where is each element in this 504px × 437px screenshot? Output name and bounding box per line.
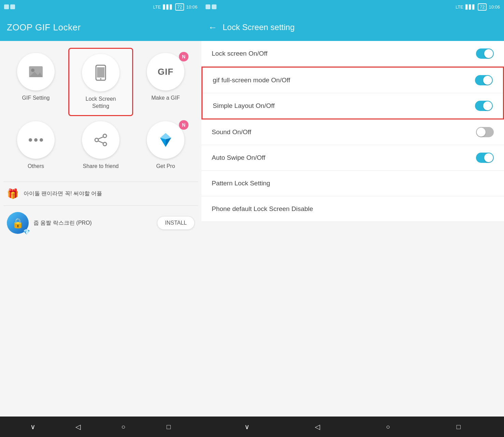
svg-point-8 bbox=[103, 142, 107, 146]
gif-fullscreen-toggle[interactable] bbox=[475, 75, 493, 85]
image-icon bbox=[28, 64, 44, 80]
right-notification-icon-2 bbox=[212, 4, 216, 9]
svg-line-10 bbox=[98, 141, 103, 143]
right-page-title: Lock Screen setting bbox=[223, 23, 295, 32]
main-grid: GIF Setting Lock ScreenSetting N GIF Mak… bbox=[0, 41, 201, 182]
right-nav-square[interactable]: □ bbox=[452, 420, 465, 434]
left-nav-back[interactable]: ◁ bbox=[71, 420, 85, 434]
install-app-icon: 🔒 💎 bbox=[7, 212, 29, 234]
gif-setting-icon-circle bbox=[17, 53, 55, 90]
gif-text-icon: GIF bbox=[158, 67, 173, 77]
svg-point-6 bbox=[103, 134, 107, 138]
lock-screen-onoff-label: Lock screen On/Off bbox=[212, 50, 267, 57]
grid-item-share[interactable]: Share to friend bbox=[68, 116, 133, 175]
grid-item-get-pro[interactable]: N Get Pro bbox=[133, 116, 198, 175]
sound-toggle-knob bbox=[477, 128, 486, 137]
left-nav-square[interactable]: □ bbox=[162, 420, 176, 434]
make-gif-label: Make a GIF bbox=[151, 95, 180, 102]
battery-level: 72 bbox=[177, 4, 182, 10]
svg-marker-14 bbox=[166, 138, 171, 147]
promo-section[interactable]: 🎁 아이돌 팬이라면 꼭! 써야할 어플 bbox=[0, 182, 201, 206]
settings-list: Lock screen On/Off gif full-screen mode … bbox=[201, 41, 504, 417]
svg-point-7 bbox=[95, 138, 98, 142]
three-dots-icon bbox=[29, 138, 43, 142]
svg-line-9 bbox=[98, 137, 103, 139]
setting-sound-onoff[interactable]: Sound On/Off bbox=[201, 119, 504, 145]
grid-item-others[interactable]: Others bbox=[3, 116, 68, 175]
right-nav-home[interactable]: ○ bbox=[381, 420, 395, 434]
gif-fullscreen-toggle-knob bbox=[483, 76, 492, 85]
svg-point-5 bbox=[100, 78, 101, 80]
right-bottom-nav: ∨ ◁ ○ □ bbox=[201, 417, 504, 437]
left-status-bar: LTE ▋▋▋ 72 10:06 bbox=[0, 0, 201, 14]
get-pro-label: Get Pro bbox=[156, 163, 175, 170]
promo-icon: 🎁 bbox=[7, 188, 19, 199]
battery-icon: 72 bbox=[175, 3, 184, 11]
lock-screen-label: Lock ScreenSetting bbox=[86, 96, 116, 110]
simple-layout-toggle-knob bbox=[483, 101, 492, 110]
setting-lock-screen-onoff[interactable]: Lock screen On/Off bbox=[201, 41, 504, 67]
share-icon bbox=[93, 132, 109, 148]
sound-onoff-toggle[interactable] bbox=[476, 127, 494, 137]
install-button[interactable]: INSTALL bbox=[157, 216, 195, 230]
diamond-icon bbox=[157, 132, 174, 148]
right-nav-chevron[interactable]: ∨ bbox=[240, 420, 254, 434]
back-button[interactable]: ← bbox=[208, 22, 217, 33]
sound-onoff-label: Sound On/Off bbox=[212, 128, 251, 136]
grid-item-gif-setting[interactable]: GIF Setting bbox=[3, 48, 68, 116]
simple-layout-toggle[interactable] bbox=[475, 101, 493, 111]
lock-screen-onoff-toggle[interactable] bbox=[476, 48, 494, 59]
phone-icon bbox=[93, 65, 109, 81]
svg-point-1 bbox=[31, 69, 34, 72]
pattern-lock-label: Pattern Lock Setting bbox=[212, 180, 270, 187]
left-panel: LTE ▋▋▋ 72 10:06 ZOOP GIF Locker GIF Set… bbox=[0, 0, 201, 437]
time-label: 10:06 bbox=[186, 4, 197, 10]
make-gif-badge: N bbox=[179, 52, 188, 61]
left-status-icons bbox=[4, 4, 15, 9]
setting-auto-swipe[interactable]: Auto Swipe On/Off bbox=[201, 145, 504, 171]
others-icon-circle bbox=[17, 121, 55, 159]
right-status-bar: LTE ▋▋▋ 72 10:06 bbox=[201, 0, 504, 14]
share-label: Share to friend bbox=[83, 163, 119, 170]
right-nav-back[interactable]: ◁ bbox=[311, 420, 324, 434]
svg-marker-13 bbox=[160, 138, 166, 147]
notification-icon-1 bbox=[4, 4, 9, 9]
auto-swipe-toggle[interactable] bbox=[476, 153, 494, 163]
left-app-header: ZOOP GIF Locker bbox=[0, 14, 201, 41]
right-panel: LTE ▋▋▋ 72 10:06 ← Lock Screen setting L… bbox=[201, 0, 504, 437]
gif-fullscreen-label: gif full-screen mode On/Off bbox=[213, 76, 290, 84]
right-header: ← Lock Screen setting bbox=[201, 14, 504, 41]
get-pro-badge: N bbox=[179, 120, 188, 130]
make-gif-icon-circle: GIF bbox=[147, 53, 184, 90]
setting-gif-fullscreen[interactable]: gif full-screen mode On/Off bbox=[202, 68, 503, 93]
gem-overlay: 💎 bbox=[23, 229, 30, 235]
install-app-name: 줍 움짤 락스크린 (PRO) bbox=[33, 220, 152, 227]
gif-setting-label: GIF Setting bbox=[22, 95, 50, 102]
grid-item-make-gif[interactable]: N GIF Make a GIF bbox=[133, 48, 198, 116]
install-section: 🔒 💎 줍 움짤 락스크린 (PRO) INSTALL bbox=[0, 206, 201, 240]
left-bottom-nav: ∨ ◁ ○ □ bbox=[0, 417, 201, 437]
left-nav-home[interactable]: ○ bbox=[116, 420, 130, 434]
svg-rect-4 bbox=[97, 67, 104, 77]
lte-label: LTE bbox=[153, 4, 161, 10]
highlighted-settings-group: gif full-screen mode On/Off Simple Layou… bbox=[201, 67, 504, 119]
setting-phone-default-lock[interactable]: Phone default Lock Screen Disable bbox=[201, 196, 504, 222]
phone-default-lock-label: Phone default Lock Screen Disable bbox=[212, 205, 313, 213]
promo-text: 아이돌 팬이라면 꼭! 써야할 어플 bbox=[24, 190, 102, 197]
share-icon-circle bbox=[82, 121, 120, 159]
setting-simple-layout[interactable]: Simple Layout On/Off bbox=[202, 93, 503, 118]
right-battery-level: 72 bbox=[480, 4, 485, 10]
app-title: ZOOP GIF Locker bbox=[7, 22, 81, 33]
left-nav-chevron[interactable]: ∨ bbox=[26, 420, 40, 434]
right-notification-icon-1 bbox=[206, 4, 210, 9]
setting-pattern-lock[interactable]: Pattern Lock Setting bbox=[201, 171, 504, 196]
auto-swipe-toggle-knob bbox=[484, 153, 493, 162]
notification-icon-2 bbox=[10, 4, 15, 9]
others-label: Others bbox=[28, 163, 44, 170]
get-pro-icon-circle bbox=[147, 121, 184, 159]
signal-bars: ▋▋▋ bbox=[163, 4, 173, 10]
grid-item-lock-screen[interactable]: Lock ScreenSetting bbox=[68, 48, 133, 116]
right-status-icons bbox=[206, 4, 216, 9]
lock-screen-icon-circle bbox=[82, 54, 120, 91]
right-lte-label: LTE bbox=[456, 4, 463, 10]
